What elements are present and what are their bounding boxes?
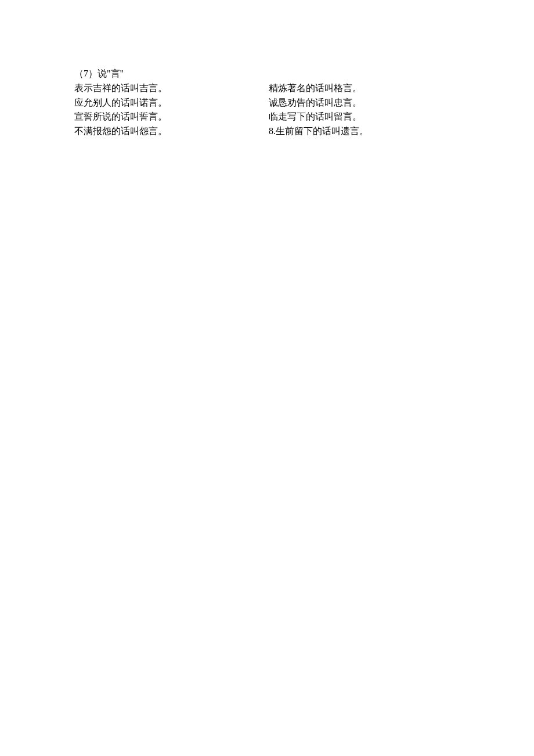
list-item: 精炼著名的话叫格言。 [269, 81, 369, 96]
left-column: 表示吉祥的话叫吉言。 应允别人的话叫诺言。 宣誓所说的话叫誓言。 不满报怨的话叫… [74, 81, 269, 139]
list-item: 诚恳劝告的话叫忠言。 [269, 96, 369, 110]
list-item: 表示吉祥的话叫吉言。 [74, 81, 269, 96]
document-content: （7）说"言" 表示吉祥的话叫吉言。 应允别人的话叫诺言。 宣誓所说的话叫誓言。… [74, 67, 534, 139]
list-item: 临走写下的话叫留言。 [269, 110, 369, 124]
section-heading: （7）说"言" [74, 67, 534, 81]
list-item: 8.生前留下的话叫遗言。 [269, 124, 369, 139]
list-item: 宣誓所说的话叫誓言。 [74, 110, 269, 124]
list-item: 应允别人的话叫诺言。 [74, 96, 269, 110]
right-column: 精炼著名的话叫格言。 诚恳劝告的话叫忠言。 临走写下的话叫留言。 8.生前留下的… [269, 81, 369, 139]
list-item: 不满报怨的话叫怨言。 [74, 124, 269, 139]
two-column-layout: 表示吉祥的话叫吉言。 应允别人的话叫诺言。 宣誓所说的话叫誓言。 不满报怨的话叫… [74, 81, 534, 139]
